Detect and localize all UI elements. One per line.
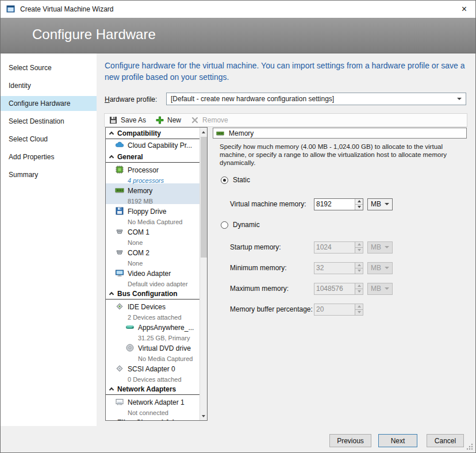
- wizard-app-icon: [6, 5, 16, 14]
- scroll-down-button[interactable]: [200, 412, 207, 420]
- minimum-memory-unit-value: MB: [371, 264, 381, 272]
- titlebar: Create Virtual Machine Wizard ×: [1, 1, 475, 18]
- tree-item-label: Network Adapter 1: [128, 398, 185, 406]
- tree-item-sub: No Media Captured: [138, 355, 193, 362]
- tree-item-processor[interactable]: Processor4 processors: [106, 163, 199, 183]
- tree-item-com-2[interactable]: COM 2None: [106, 245, 199, 266]
- dynamic-radio[interactable]: [221, 221, 228, 229]
- spin-down-icon: [358, 206, 361, 208]
- spin-down-icon: [358, 290, 361, 293]
- chevron-down-icon: [385, 267, 389, 269]
- hard-disk-icon: [125, 323, 135, 332]
- previous-button[interactable]: Previous: [329, 434, 371, 447]
- hardware-tree-panel: CompatibilityCloud Capability Pr...Gener…: [105, 127, 208, 421]
- processor-icon: [115, 165, 124, 174]
- save-as-button[interactable]: Save As: [109, 116, 146, 125]
- tree-item-appsanywhere[interactable]: AppsAnywhere_...31.25 GB, Primary: [106, 320, 199, 341]
- new-button[interactable]: New: [155, 116, 181, 125]
- minimum-memory-spin-buttons: [355, 263, 363, 274]
- static-radio[interactable]: [221, 176, 228, 184]
- spin-down-button: [355, 268, 363, 274]
- add-icon: [155, 116, 164, 125]
- tree-item-sub: 0 Devices attached: [128, 376, 182, 383]
- spin-down-icon: [358, 311, 361, 313]
- vm-memory-unit-select[interactable]: MB: [367, 198, 393, 210]
- page-header: Configure Hardware: [1, 18, 475, 53]
- vm-memory-input[interactable]: [314, 199, 355, 210]
- tree-category-general[interactable]: General: [106, 151, 199, 163]
- minimum-memory-label: Minimum memory:: [230, 264, 314, 272]
- tree-item-sub: None: [128, 239, 143, 246]
- tree-item-floppy-drive[interactable]: Floppy DriveNo Media Captured: [106, 204, 199, 225]
- scrollbar-thumb[interactable]: [201, 137, 207, 258]
- tree-scrollbar[interactable]: [199, 128, 207, 420]
- spin-down-button: [355, 247, 363, 253]
- window-title: Create Virtual Machine Wizard: [20, 5, 114, 13]
- sidebar-item-select-source[interactable]: Select Source: [1, 60, 97, 75]
- static-radio-row[interactable]: Static: [221, 176, 250, 184]
- tree-item-network-adapter-1[interactable]: Network Adapter 1Not connected: [106, 395, 199, 416]
- tree-category-compatibility[interactable]: Compatibility: [106, 128, 199, 139]
- startup-memory-spinbox: [314, 241, 363, 254]
- tree-item-virtual-dvd-drive[interactable]: Virtual DVD driveNo Media Captured: [106, 341, 199, 362]
- tree-category-label: Compatibility: [117, 129, 161, 137]
- sidebar-item-identity[interactable]: Identity: [1, 78, 97, 93]
- sidebar-item-select-destination[interactable]: Select Destination: [1, 114, 97, 129]
- wizard-steps-sidebar: Select SourceIdentityConfigure HardwareS…: [1, 53, 97, 426]
- spin-up-button: [355, 304, 363, 309]
- tree-item-scsi-adapter-0[interactable]: SCSI Adapter 00 Devices attached: [106, 362, 199, 382]
- tree-item-ide-devices[interactable]: IDE Devices2 Devices attached: [106, 300, 199, 320]
- tree-item-label: Virtual DVD drive: [138, 344, 191, 352]
- tree-item-sub: 31.25 GB, Primary: [138, 335, 190, 341]
- hardware-profile-select[interactable]: [Default - create new hardware configura…: [166, 93, 466, 105]
- memory-buffer-row: Memory buffer percentage:: [230, 303, 363, 316]
- vm-memory-unit-value: MB: [371, 200, 381, 208]
- tree-item-cloud-capability-pr[interactable]: Cloud Capability Pr...: [106, 139, 199, 150]
- tree-category-label: Bus Configuration: [117, 290, 178, 298]
- startup-memory-row: Startup memory: MB: [230, 241, 393, 254]
- sidebar-item-select-cloud[interactable]: Select Cloud: [1, 132, 97, 147]
- tree-item-label: Cloud Capability Pr...: [128, 141, 192, 149]
- dynamic-radio-row[interactable]: Dynamic: [221, 221, 260, 229]
- video-adapter-icon: [115, 268, 124, 278]
- vm-memory-row: Virtual machine memory: MB: [230, 198, 393, 210]
- maximum-memory-unit-value: MB: [371, 285, 381, 293]
- tree-item-com-1[interactable]: COM 1None: [106, 225, 199, 245]
- next-button[interactable]: Next: [378, 434, 417, 447]
- tree-item-label: Floppy Drive: [128, 208, 166, 216]
- scsi-adapter-icon: [115, 364, 124, 373]
- scroll-up-button[interactable]: [200, 128, 207, 136]
- spin-up-button: [355, 242, 363, 247]
- spin-down-icon: [358, 270, 361, 272]
- tree-category-network-adapters[interactable]: Network Adapters: [106, 383, 199, 395]
- chevron-down-icon: [385, 287, 389, 290]
- resize-grip[interactable]: [466, 443, 474, 451]
- sidebar-item-summary[interactable]: Summary: [1, 167, 97, 182]
- memory-icon: [216, 129, 225, 138]
- memory-buffer-input: [314, 304, 355, 315]
- tree-category-bus-configuration[interactable]: Bus Configuration: [106, 288, 199, 300]
- startup-memory-input: [314, 242, 355, 253]
- sidebar-item-add-properties[interactable]: Add Properties: [1, 149, 97, 164]
- maximum-memory-unit-select: MB: [367, 283, 393, 295]
- spin-down-button[interactable]: [355, 204, 363, 210]
- vm-memory-spin-buttons: [355, 199, 363, 210]
- sidebar-item-configure-hardware[interactable]: Configure Hardware: [1, 96, 97, 111]
- page-title: Configure Hardware: [32, 26, 475, 43]
- static-radio-label: Static: [233, 176, 250, 184]
- network-adapter-icon: [115, 397, 124, 406]
- save-as-label: Save As: [121, 116, 146, 124]
- memory-buffer-spinbox: [314, 304, 363, 316]
- chevron-down-icon: [385, 203, 389, 205]
- spin-up-icon: [358, 305, 361, 308]
- tree-category-label: Network Adapters: [117, 385, 176, 393]
- tree-item-sub: No Media Captured: [128, 218, 182, 225]
- spin-up-button[interactable]: [355, 199, 363, 204]
- tree-item-label: Memory: [128, 187, 152, 195]
- close-icon[interactable]: ×: [459, 5, 470, 14]
- cloud-icon: [115, 140, 124, 149]
- startup-memory-unit-select: MB: [367, 241, 393, 254]
- cancel-button[interactable]: Cancel: [427, 434, 464, 447]
- tree-item-video-adapter[interactable]: Video AdapterDefault video adapter: [106, 266, 199, 287]
- tree-item-memory[interactable]: Memory8192 MB: [106, 183, 199, 204]
